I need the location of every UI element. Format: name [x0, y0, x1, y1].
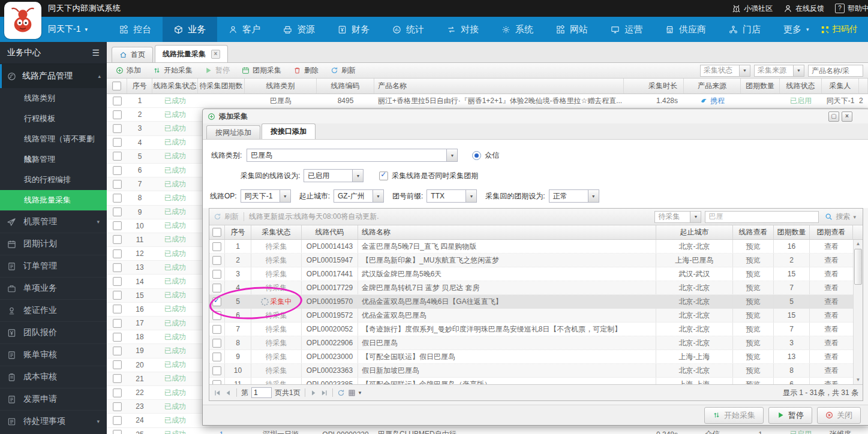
dialog-start-collect-button[interactable]: 开始采集: [704, 407, 764, 424]
refresh-button[interactable]: 刷新: [326, 64, 360, 77]
dialog-pause-button[interactable]: 暂停: [768, 407, 812, 424]
category-select[interactable]: 巴厘岛 ▼: [247, 149, 458, 162]
column-header[interactable]: 团期数量: [774, 225, 810, 239]
pager-refresh-icon[interactable]: [337, 389, 345, 397]
filter-collect-status-select[interactable]: 采集状态 ▼: [700, 65, 750, 77]
view-link[interactable]: 查看: [810, 323, 853, 336]
preview-link[interactable]: 预览: [733, 350, 774, 363]
maximize-icon[interactable]: ▢: [828, 111, 839, 122]
zhongxin-radio[interactable]: [472, 151, 481, 160]
sidebar-item-single-business[interactable]: 单项业务: [0, 277, 107, 299]
sidebar-item-tour-plan[interactable]: 团期计划: [0, 233, 107, 255]
select-all-checkbox[interactable]: [112, 82, 121, 91]
row-checkbox[interactable]: [212, 366, 221, 375]
tab-close-icon[interactable]: ×: [211, 50, 220, 59]
account-switcher[interactable]: 同天下-1 ▾: [48, 24, 88, 35]
list-refresh-button[interactable]: 刷新: [214, 212, 239, 222]
scroll-up-icon[interactable]: ▲: [854, 240, 863, 248]
column-header[interactable]: 线路类别: [245, 79, 317, 94]
first-page-icon[interactable]: [214, 389, 221, 397]
sidebar-item-bill-audit[interactable]: 账单审核: [0, 343, 107, 366]
help-link[interactable]: ? 帮助中心: [835, 4, 868, 14]
row-checkbox[interactable]: [212, 352, 221, 361]
nav-item-console[interactable]: 控台: [108, 17, 163, 42]
column-header[interactable]: 序号: [225, 225, 251, 239]
column-header[interactable]: 线路状态: [780, 79, 822, 94]
sidebar-item-order-mgmt[interactable]: 订单管理: [0, 255, 107, 277]
period-collect-button[interactable]: 团期采集: [238, 64, 286, 77]
sidebar-item-group-quote[interactable]: 团队报价: [0, 321, 107, 343]
table-row[interactable]: 1 已成功 巴厘岛 8495 丽江+香格里拉5日自由行·『丽香1+2+1』体验2…: [107, 94, 868, 108]
row-checkbox[interactable]: [113, 97, 122, 106]
tab-batch-collect[interactable]: 线路批量采集 ×: [155, 45, 228, 62]
route-row[interactable]: 4 待采集 OPL00017729 金牌巴厘岛转机7日 蓝梦 贝尼达 套房 北京…: [209, 281, 853, 295]
nav-item-more[interactable]: 更多 ▾: [772, 17, 821, 42]
nav-item-website[interactable]: 网站: [545, 17, 599, 42]
period-select[interactable]: 正常 ▼: [549, 189, 599, 203]
nav-item-customers[interactable]: 客户: [217, 17, 272, 42]
dialog-titlebar[interactable]: 添加采集 ▢ ×: [203, 109, 868, 123]
add-button[interactable]: 添加: [112, 64, 145, 77]
preview-link[interactable]: 预览: [733, 364, 774, 377]
sidebar-item-cost-audit[interactable]: 成本审核: [0, 366, 107, 388]
cell-pending[interactable]: 1: [198, 430, 245, 434]
route-row[interactable]: 6 待采集 OPL00019572 优品金蓝双岛巴厘岛 北京-北京 预览 15 …: [209, 309, 853, 323]
row-checkbox[interactable]: [212, 325, 221, 334]
last-page-icon[interactable]: [320, 389, 328, 397]
sidebar-item-pending-tasks[interactable]: 待处理事项 ▾: [0, 410, 107, 432]
row-checkbox[interactable]: [113, 360, 122, 369]
view-link[interactable]: 查看: [810, 254, 853, 267]
row-checkbox[interactable]: [113, 124, 122, 133]
sidebar-item-visa-work[interactable]: 签证作业: [0, 299, 107, 321]
nav-item-resources[interactable]: 资源: [272, 17, 326, 42]
collect-period-checkbox[interactable]: [379, 171, 388, 180]
row-checkbox[interactable]: [113, 110, 122, 119]
row-checkbox[interactable]: [113, 180, 122, 189]
sidebar-item-invoice-request[interactable]: 发票申请: [0, 388, 107, 410]
view-link[interactable]: 查看: [810, 309, 853, 322]
row-checkbox[interactable]: [212, 256, 221, 265]
row-checkbox[interactable]: [212, 270, 221, 279]
scan-pay-link[interactable]: 扫码付: [821, 24, 858, 35]
row-checkbox[interactable]: [212, 311, 221, 320]
column-header[interactable]: 线路代码: [302, 225, 358, 239]
row-checkbox[interactable]: [212, 339, 221, 348]
row-checkbox[interactable]: [113, 416, 122, 425]
feedback-link[interactable]: 在线反馈: [783, 4, 824, 14]
column-header[interactable]: 产品来源: [684, 79, 741, 94]
nav-item-statistics[interactable]: 统计: [381, 17, 435, 42]
sidebar-item-route-category[interactable]: 线路类别: [0, 88, 107, 108]
nav-item-business[interactable]: 业务: [163, 17, 217, 42]
sidebar-item-route-mgmt-keep[interactable]: 线路管理（请不要删除）: [0, 129, 107, 149]
sidebar-item-flight-mgmt[interactable]: 机票管理 ▾: [0, 210, 107, 233]
search-button[interactable]: 搜索 ▾: [822, 212, 858, 222]
route-search-input[interactable]: [705, 211, 819, 223]
column-header[interactable]: 起止城市: [656, 225, 733, 239]
column-header[interactable]: 产品名称: [374, 79, 624, 94]
close-icon[interactable]: ×: [842, 111, 852, 122]
view-link[interactable]: 查看: [810, 336, 853, 349]
column-header[interactable]: 待采集团期数: [198, 79, 245, 94]
route-row[interactable]: 10 待采集 OPL00023363 假日新加坡巴厘岛 北京-北京 预览 8 查…: [209, 364, 853, 378]
preview-link[interactable]: 预览: [733, 295, 774, 308]
sidebar-item-route-mgmt[interactable]: 线路管理: [0, 149, 107, 170]
column-header[interactable]: 采集人: [822, 79, 859, 94]
sidebar-item-itinerary-template[interactable]: 行程模板: [0, 108, 107, 129]
row-checkbox[interactable]: [113, 346, 122, 355]
route-row[interactable]: 9 待采集 OPL00023000 【可配全国联运】假日巴厘岛 上海-上海 预览…: [209, 350, 853, 364]
sidebar-item-my-itinerary[interactable]: 我的行程编排: [0, 170, 107, 190]
row-checkbox[interactable]: [212, 297, 221, 306]
nav-item-suppliers[interactable]: 供应商: [654, 17, 717, 42]
pause-button[interactable]: 暂停: [200, 64, 234, 77]
sidebar-collapse-icon[interactable]: ☰: [92, 48, 100, 58]
route-row[interactable]: 5 采集中 OPL00019570 优品金蓝双岛巴厘岛4晚6日【GA往返直飞】 …: [209, 295, 853, 309]
start-collect-button[interactable]: 开始采集: [149, 64, 197, 77]
preview-link[interactable]: 预览: [733, 378, 774, 384]
column-header[interactable]: 线路编码: [317, 79, 374, 94]
filter-collect-source-select[interactable]: 采集来源 ▼: [754, 65, 804, 77]
set-line-select[interactable]: 已启用 ▼: [304, 169, 364, 182]
row-checkbox[interactable]: [113, 138, 122, 147]
table-row[interactable]: 25 已成功 1 深圳一日游 OPL00000220 巴厘岛CLUBMED自由行…: [107, 428, 868, 434]
tab-add-by-url[interactable]: 按网址添加: [206, 125, 260, 139]
column-header[interactable]: 团期查看: [810, 225, 853, 239]
